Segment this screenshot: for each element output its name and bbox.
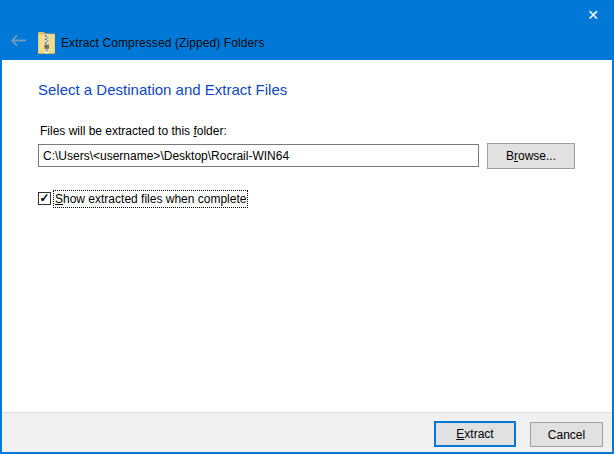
show-files-checkbox-label[interactable]: Show extracted files when complete (55, 192, 246, 206)
checkmark-icon: ✓ (39, 193, 49, 204)
destination-path-input[interactable] (38, 144, 479, 167)
page-title: Select a Destination and Extract Files (38, 81, 287, 98)
title-bar: Extract Compressed (Zipped) Folders ✕ (0, 0, 614, 60)
dialog-title: Extract Compressed (Zipped) Folders (61, 36, 265, 50)
close-button[interactable]: ✕ (572, 0, 614, 29)
extract-wizard-dialog: Extract Compressed (Zipped) Folders ✕ Se… (0, 0, 614, 454)
zip-folder-icon (38, 31, 55, 54)
browse-button[interactable]: Browse... (487, 143, 575, 169)
back-arrow-icon (9, 33, 28, 51)
extract-button[interactable]: Extract (434, 421, 516, 447)
back-button[interactable] (5, 30, 31, 54)
destination-label: Files will be extracted to this folder: (40, 124, 227, 138)
cancel-button[interactable]: Cancel (530, 422, 603, 447)
button-bar: Extract Cancel (0, 412, 614, 454)
close-icon: ✕ (587, 7, 599, 23)
window-border (0, 0, 614, 454)
show-files-checkbox[interactable]: ✓ (38, 192, 51, 205)
